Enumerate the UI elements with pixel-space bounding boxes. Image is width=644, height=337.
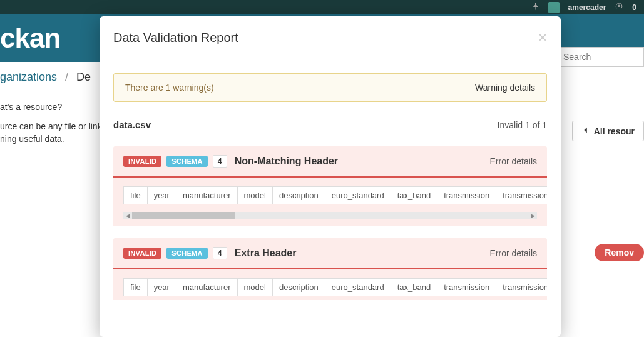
column-cell: tax_band [391, 278, 438, 296]
column-cell: year [147, 186, 176, 204]
remove-button[interactable]: Remov [595, 244, 644, 261]
schema-badge: SCHEMA [166, 156, 207, 167]
columns-row: fileyearmanufacturermodeldescriptioneuro… [123, 186, 537, 204]
horizontal-scrollbar[interactable]: ◀▶ [123, 212, 537, 219]
schema-badge: SCHEMA [166, 248, 207, 259]
column-cell: description [272, 278, 325, 296]
breadcrumb-separator: / [65, 71, 68, 83]
column-cell: file [123, 186, 148, 204]
column-cell: transmission [437, 278, 496, 296]
columns-row: fileyearmanufacturermodeldescriptioneuro… [123, 278, 537, 296]
file-status: Invalid 1 of 1 [498, 120, 547, 130]
breadcrumb-organizations[interactable]: Organizations [0, 71, 57, 83]
error-count-badge: 4 [213, 155, 227, 168]
error-block: INVALIDSCHEMA4Non-Matching HeaderError d… [113, 146, 547, 226]
columns-preview: fileyearmanufacturermodeldescriptioneuro… [113, 269, 547, 300]
column-cell: euro_standard [325, 278, 391, 296]
error-count-badge: 4 [213, 247, 227, 259]
close-icon[interactable]: × [538, 30, 547, 45]
column-cell: manufacturer [176, 186, 238, 204]
column-cell: transmission [437, 186, 496, 204]
column-cell: model [237, 278, 273, 296]
column-cell: description [272, 186, 325, 204]
breadcrumb-current: De [76, 71, 91, 83]
error-title: Non-Matching Header [235, 156, 485, 167]
invalid-badge: INVALID [123, 248, 161, 259]
error-header: INVALIDSCHEMA4Extra HeaderError details [113, 238, 547, 269]
column-cell: transmission_type [496, 278, 547, 296]
warning-box: There are 1 warning(s) Warning details [113, 73, 547, 102]
pin-icon[interactable] [531, 2, 539, 13]
filename: data.csv [113, 119, 151, 130]
warning-details-link[interactable]: Warning details [475, 83, 535, 93]
all-resources-label: All resour [594, 126, 635, 136]
username[interactable]: amercader [568, 3, 606, 12]
file-row: data.csv Invalid 1 of 1 [113, 119, 547, 130]
column-cell: file [123, 278, 148, 296]
validation-modal: Data Validation Report × There are 1 war… [100, 16, 561, 337]
error-block: INVALIDSCHEMA4Extra HeaderError detailsf… [113, 238, 547, 300]
error-header: INVALIDSCHEMA4Non-Matching HeaderError d… [113, 146, 547, 178]
error-details-link[interactable]: Error details [490, 248, 537, 258]
top-bar: amercader 0 [0, 0, 644, 14]
avatar[interactable] [548, 2, 560, 13]
modal-title: Data Validation Report [113, 31, 238, 45]
columns-preview: fileyearmanufacturermodeldescriptioneuro… [113, 178, 547, 226]
logo[interactable]: ckan [0, 23, 60, 54]
dashboard-icon[interactable] [615, 2, 623, 13]
error-details-link[interactable]: Error details [490, 156, 537, 166]
all-resources-button[interactable]: All resour [572, 121, 644, 141]
column-cell: tax_band [391, 186, 438, 204]
scroll-thumb[interactable] [132, 212, 235, 219]
column-cell: transmission_type [496, 186, 547, 204]
scroll-right-icon[interactable]: ▶ [528, 212, 537, 219]
column-cell: euro_standard [325, 186, 391, 204]
column-cell: model [237, 186, 273, 204]
error-title: Extra Header [235, 248, 485, 259]
modal-body: There are 1 warning(s) Warning details d… [100, 59, 561, 337]
warning-message: There are 1 warning(s) [125, 83, 214, 93]
column-cell: year [147, 278, 176, 296]
search-input[interactable] [556, 47, 644, 67]
scroll-left-icon[interactable]: ◀ [123, 212, 132, 219]
invalid-badge: INVALID [123, 156, 161, 167]
notification-count[interactable]: 0 [632, 3, 636, 12]
arrow-left-icon [581, 126, 590, 136]
modal-header: Data Validation Report × [100, 16, 561, 59]
column-cell: manufacturer [176, 278, 238, 296]
